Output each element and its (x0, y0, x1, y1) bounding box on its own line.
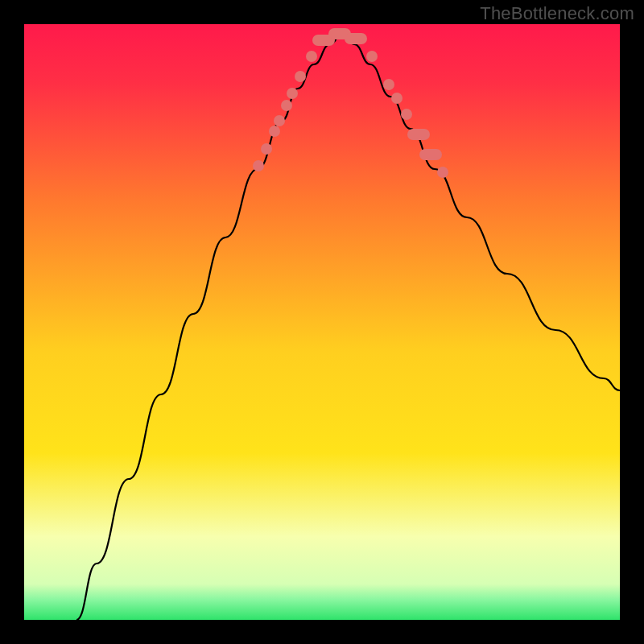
marker-dot (306, 51, 317, 62)
marker-dot (269, 126, 280, 137)
marker-dot (419, 149, 442, 160)
svg-rect-0 (24, 24, 620, 620)
marker-dot (281, 100, 292, 111)
watermark-text: TheBottleneck.com (480, 3, 634, 24)
plot-area (24, 24, 620, 620)
marker-dot (391, 93, 402, 104)
background-gradient (24, 24, 620, 620)
marker-dot (437, 167, 448, 178)
marker-dot (274, 115, 285, 126)
marker-dot (345, 33, 367, 44)
marker-dot (253, 160, 264, 171)
marker-dot (383, 79, 394, 90)
marker-dot (261, 143, 272, 155)
marker-dot (295, 71, 306, 82)
marker-dot (366, 51, 378, 62)
marker-dot (287, 88, 298, 99)
marker-dot (401, 109, 412, 120)
marker-dot (407, 129, 430, 140)
